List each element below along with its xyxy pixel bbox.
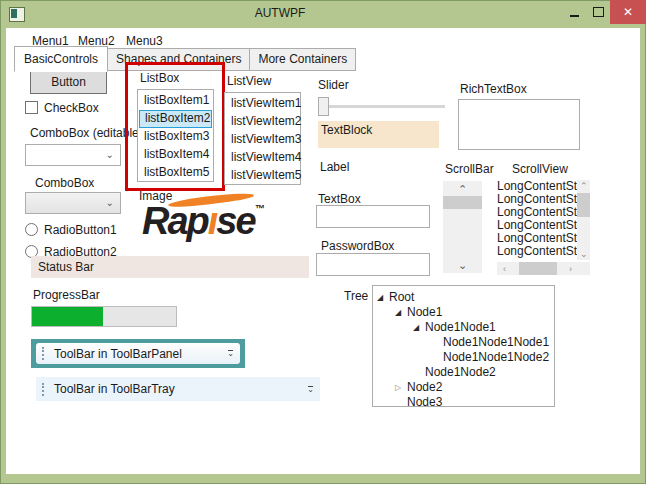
tree-label: Tree bbox=[344, 289, 368, 303]
textblock-label: TextBlock bbox=[321, 123, 372, 137]
tree-node-label: Node1 bbox=[407, 305, 442, 320]
textblock-control: TextBlock bbox=[318, 121, 439, 148]
passwordbox-control[interactable] bbox=[316, 253, 430, 276]
treeview-control: ◢ Root ◢ Node1 ◢ Node1Node1 Node1Node1No… bbox=[372, 285, 555, 407]
listbox-label: ListBox bbox=[140, 71, 179, 85]
scrollview-control: LongContentStri LongContentStri LongCont… bbox=[497, 180, 590, 275]
tree-node-node1node2[interactable]: Node1Node2 bbox=[373, 365, 496, 380]
combobox-label: ComboBox bbox=[35, 176, 94, 190]
titlebar: AUTWPF ✕ bbox=[0, 0, 646, 28]
scrollbar-thumb[interactable] bbox=[443, 196, 482, 209]
close-button[interactable]: ✕ bbox=[610, 0, 646, 24]
list-item[interactable]: listViewItem2 bbox=[226, 113, 299, 131]
label-control: Label bbox=[320, 160, 349, 174]
chevron-up-icon[interactable]: ⌃ bbox=[580, 181, 588, 191]
list-item[interactable]: listViewItem1 bbox=[226, 95, 299, 113]
chevron-down-icon[interactable]: ⌄ bbox=[580, 249, 588, 259]
tree-node-node1[interactable]: ◢ Node1 bbox=[373, 305, 442, 320]
list-item[interactable]: listViewItem5 bbox=[226, 167, 299, 185]
scrollview-label: ScrollView bbox=[512, 162, 568, 176]
list-item: LongContentStri bbox=[497, 245, 577, 258]
button-control[interactable]: Button bbox=[30, 70, 107, 94]
listview-label: ListView bbox=[227, 74, 271, 88]
tree-node-label: Node1Node1 bbox=[425, 320, 496, 335]
tree-expander-expanded-icon[interactable]: ◢ bbox=[395, 305, 407, 320]
list-item: LongContentStri bbox=[497, 180, 577, 193]
tree-node-node3[interactable]: Node3 bbox=[373, 395, 442, 410]
maximize-button[interactable] bbox=[586, 0, 610, 24]
list-item[interactable]: listBoxItem4 bbox=[139, 146, 212, 164]
tab-more-containers[interactable]: More Containers bbox=[250, 48, 356, 71]
richtextbox-control[interactable] bbox=[458, 99, 580, 150]
listbox-control: listBoxItem1 listBoxItem2 listBoxItem3 l… bbox=[137, 89, 214, 182]
tree-node-node1node1[interactable]: ◢ Node1Node1 bbox=[373, 320, 496, 335]
listview-control: listViewItem1 listViewItem2 listViewItem… bbox=[224, 92, 301, 185]
list-item[interactable]: listViewItem4 bbox=[226, 149, 299, 167]
slider-thumb[interactable] bbox=[318, 97, 329, 116]
list-item: LongContentStri bbox=[497, 232, 577, 245]
toolbar-grip-icon[interactable] bbox=[42, 383, 47, 396]
list-item-selected[interactable]: listBoxItem2 bbox=[139, 110, 212, 128]
horizontal-scrollbar[interactable]: ‹ › bbox=[497, 262, 590, 275]
tree-node-node2[interactable]: ▷ Node2 bbox=[373, 380, 442, 395]
textbox-control[interactable] bbox=[316, 205, 430, 228]
rapise-logo-image: Rapıse™ bbox=[142, 200, 265, 243]
slider-track[interactable] bbox=[318, 105, 445, 108]
progressbar-control bbox=[31, 306, 177, 327]
statusbar-control: Status Bar bbox=[31, 256, 309, 278]
chevron-down-icon: ⌄ bbox=[106, 150, 114, 160]
list-item[interactable]: listViewItem3 bbox=[226, 131, 299, 149]
chevron-left-icon[interactable]: ‹ bbox=[503, 264, 506, 274]
tree-node-node1node1node2[interactable]: Node1Node1Node2 bbox=[373, 350, 549, 365]
tree-expander-collapsed-icon[interactable]: ▷ bbox=[395, 380, 407, 395]
app-window: AUTWPF ✕ Menu1 Menu2 Menu3 BasicControls… bbox=[0, 0, 646, 484]
toolbar-tray-label: ToolBar in ToolBarTray bbox=[54, 382, 175, 396]
radiobutton1-control[interactable] bbox=[25, 223, 38, 236]
slider-label: Slider bbox=[318, 78, 349, 92]
chevron-right-icon[interactable]: › bbox=[569, 264, 572, 274]
minimize-button[interactable] bbox=[562, 0, 586, 24]
chevron-down-icon: ⌄ bbox=[227, 351, 234, 357]
list-item[interactable]: listBoxItem3 bbox=[139, 128, 212, 146]
toolbarpanel-container: ToolBar in ToolBarPanel ⌄ bbox=[31, 339, 245, 368]
tree-node-node1node1node1[interactable]: Node1Node1Node1 bbox=[373, 335, 549, 350]
trademark-symbol: ™ bbox=[255, 203, 265, 214]
combobox[interactable]: ⌄ bbox=[25, 192, 121, 214]
tree-node-label: Node1Node2 bbox=[425, 365, 496, 380]
scrollbar-control[interactable]: ⌃ ⌄ bbox=[443, 181, 482, 273]
vertical-scrollbar[interactable]: ⌃ ⌄ bbox=[577, 180, 590, 260]
checkbox-label: CheckBox bbox=[44, 101, 99, 115]
richtextbox-label: RichTextBox bbox=[460, 82, 527, 96]
maximize-icon bbox=[593, 7, 604, 17]
scrollbar-thumb[interactable] bbox=[519, 262, 557, 275]
progressbar-label: ProgressBar bbox=[33, 288, 100, 302]
tree-node-label: Root bbox=[389, 290, 414, 305]
window-title: AUTWPF bbox=[0, 6, 560, 20]
progressbar-fill bbox=[32, 307, 103, 326]
toolbar-grip-icon[interactable] bbox=[42, 347, 47, 360]
close-icon: ✕ bbox=[623, 5, 633, 19]
minimize-icon bbox=[570, 15, 579, 17]
combobox-editable[interactable]: ⌄ bbox=[25, 144, 121, 166]
list-item: LongContentStri bbox=[497, 206, 577, 219]
scrollbar-thumb[interactable] bbox=[577, 193, 590, 217]
tab-basiccontrols[interactable]: BasicControls bbox=[14, 46, 108, 72]
tree-expander-expanded-icon[interactable]: ◢ bbox=[377, 290, 389, 305]
statusbar-label: Status Bar bbox=[38, 260, 94, 274]
list-item[interactable]: listBoxItem1 bbox=[139, 92, 212, 110]
toolbar-overflow-button[interactable]: ⌄ bbox=[307, 386, 314, 393]
toolbar-in-toolbarpanel: ToolBar in ToolBarPanel ⌄ bbox=[36, 343, 240, 364]
toolbar-panel-label: ToolBar in ToolBarPanel bbox=[54, 347, 182, 361]
chevron-up-icon[interactable]: ⌃ bbox=[443, 183, 482, 195]
textbox-label: TextBox bbox=[318, 192, 361, 206]
chevron-down-icon[interactable]: ⌄ bbox=[443, 259, 482, 271]
toolbar-in-toolbartray: ToolBar in ToolBarTray ⌄ bbox=[36, 377, 320, 401]
toolbar-overflow-button[interactable]: ⌄ bbox=[227, 350, 234, 357]
radiobutton1-label: RadioButton1 bbox=[44, 223, 117, 237]
scrollbar-label: ScrollBar bbox=[445, 162, 494, 176]
list-item[interactable]: listBoxItem5 bbox=[139, 164, 212, 182]
checkbox-control[interactable] bbox=[25, 101, 38, 114]
tree-node-root[interactable]: ◢ Root bbox=[373, 290, 414, 305]
client-area: Menu1 Menu2 Menu3 BasicControls Shapes a… bbox=[6, 28, 640, 474]
tree-expander-expanded-icon[interactable]: ◢ bbox=[413, 320, 425, 335]
